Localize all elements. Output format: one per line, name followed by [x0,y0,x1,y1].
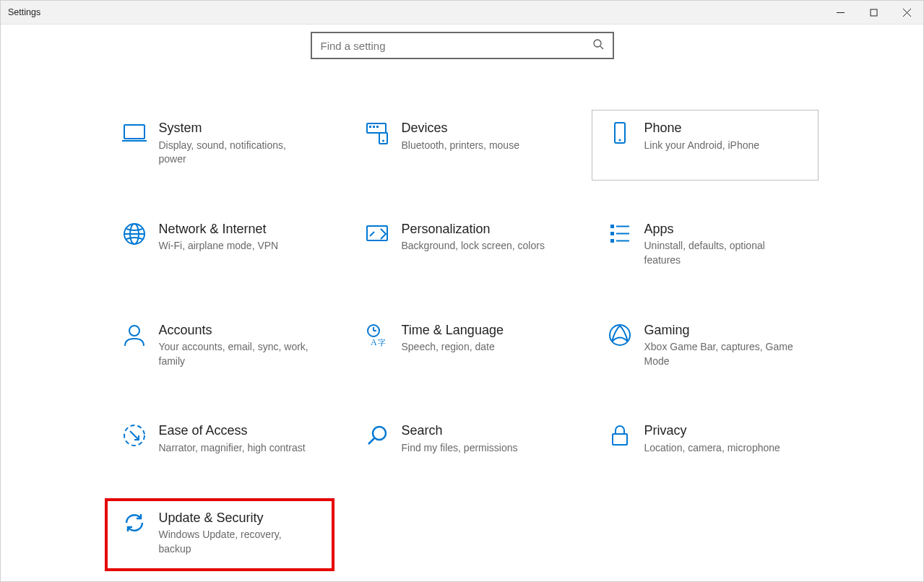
tile-desc: Wi-Fi, airplane mode, VPN [159,239,279,253]
tile-privacy[interactable]: Privacy Location, camera, microphone [592,412,819,469]
apps-icon [603,220,637,252]
tile-network[interactable]: Network & Internet Wi-Fi, airplane mode,… [106,211,333,282]
devices-icon [360,119,394,151]
system-icon [117,119,152,151]
tile-title: Ease of Access [159,423,306,439]
time-language-icon: A字 [360,321,394,353]
svg-rect-6 [124,125,144,139]
svg-line-35 [368,438,374,444]
svg-rect-20 [610,225,614,228]
tile-personalization[interactable]: Personalization Background, lock screen,… [349,211,576,282]
tile-ease-of-access[interactable]: Ease of Access Narrator, magnifier, high… [106,412,333,469]
update-icon [117,509,152,541]
titlebar: Settings [1,1,923,25]
svg-text:字: 字 [378,338,386,347]
svg-point-32 [610,325,630,345]
window-title: Settings [8,7,40,17]
svg-point-13 [382,140,384,142]
search-wrap [1,32,923,59]
tile-desc: Display, sound, notifications, power [159,139,311,167]
svg-rect-8 [367,123,386,133]
svg-rect-36 [613,434,627,445]
tile-apps[interactable]: Apps Uninstall, defaults, optional featu… [592,211,819,282]
tile-title: Devices [402,121,519,136]
tile-desc: Location, camera, microphone [644,441,780,456]
tile-title: Update & Security [159,511,311,526]
tile-title: Search [402,423,518,439]
svg-point-4 [594,40,601,47]
search-input[interactable] [321,40,592,52]
maximize-button[interactable] [857,1,890,24]
tile-gaming[interactable]: Gaming Xbox Game Bar, captures, Game Mod… [592,312,819,383]
settings-grid: System Display, sound, notifications, po… [1,110,923,570]
globe-icon [117,220,152,252]
tile-desc: Speech, region, date [402,340,504,355]
svg-rect-11 [376,126,379,128]
tile-desc: Find my files, permissions [402,441,518,456]
tile-desc: Bluetooth, printers, mouse [402,139,519,153]
svg-rect-9 [369,126,371,128]
accounts-icon [117,321,152,353]
svg-text:A: A [371,337,377,347]
svg-point-26 [129,326,139,336]
tile-title: System [159,121,311,136]
svg-rect-1 [871,9,877,16]
svg-point-15 [618,139,621,142]
tile-time-language[interactable]: A字 Time & Language Speech, region, date [349,312,576,383]
tile-accounts[interactable]: Accounts Your accounts, email, sync, wor… [106,312,333,383]
tile-desc: Uninstall, defaults, optional features [644,239,796,267]
tile-phone[interactable]: Phone Link your Android, iPhone [592,110,819,181]
content-area: System Display, sound, notifications, po… [1,25,923,570]
tile-title: Time & Language [402,323,504,339]
close-button[interactable] [890,1,923,24]
tile-desc: Narrator, magnifier, high contrast [159,441,306,456]
tile-desc: Xbox Game Bar, captures, Game Mode [644,340,796,368]
tile-desc: Background, lock screen, colors [402,239,545,253]
gaming-icon [603,321,637,353]
svg-line-5 [600,46,603,49]
tile-system[interactable]: System Display, sound, notifications, po… [106,110,333,181]
svg-rect-10 [373,126,375,128]
personalization-icon [360,220,394,252]
tile-title: Accounts [159,323,311,339]
lock-icon [603,422,637,453]
search-box[interactable] [311,32,614,59]
tile-title: Personalization [402,222,545,238]
ease-of-access-icon [117,422,152,453]
svg-point-34 [373,427,386,440]
tile-desc: Your accounts, email, sync, work, family [159,340,311,368]
svg-rect-22 [610,232,614,235]
tile-desc: Windows Update, recovery, backup [159,528,311,556]
search-tile-icon [360,422,394,453]
tile-title: Apps [644,222,796,238]
search-icon [592,38,604,53]
window-controls [824,1,923,24]
tile-title: Privacy [644,423,780,439]
tile-title: Network & Internet [159,222,279,238]
tile-update-security[interactable]: Update & Security Windows Update, recove… [106,500,333,570]
svg-rect-24 [610,239,614,243]
minimize-button[interactable] [824,1,857,24]
svg-rect-12 [379,133,387,144]
tile-devices[interactable]: Devices Bluetooth, printers, mouse [349,110,576,181]
tile-title: Phone [644,121,760,136]
tile-search[interactable]: Search Find my files, permissions [349,412,576,469]
phone-icon [603,119,637,151]
tile-title: Gaming [644,323,796,339]
tile-desc: Link your Android, iPhone [644,139,760,153]
